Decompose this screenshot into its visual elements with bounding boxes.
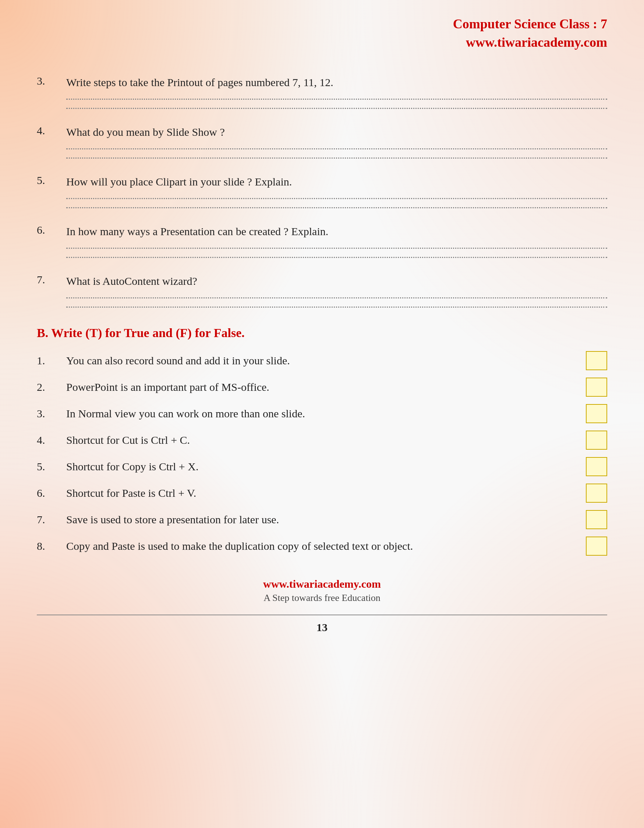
tf-text-2: PowerPoint is an important part of MS-of… xyxy=(66,381,575,394)
question-group-6: 6. In how many ways a Presentation can b… xyxy=(37,223,607,258)
tf-text-4: Shortcut for Cut is Ctrl + C. xyxy=(66,434,575,446)
tf-number-5: 5. xyxy=(37,460,66,473)
section-b-header: B. Write (T) for True and (F) for False. xyxy=(37,326,607,340)
question-item-7: 7. What is AutoContent wizard? xyxy=(37,273,607,289)
question-text-5: How will you place Clipart in your slide… xyxy=(66,173,607,190)
question-number-3: 3. xyxy=(37,74,66,87)
tf-box-8[interactable] xyxy=(586,536,607,556)
question-item-5: 5. How will you place Clipart in your sl… xyxy=(37,173,607,190)
question-text-3: Write steps to take the Printout of page… xyxy=(66,74,607,91)
tf-item-8: 8.Copy and Paste is used to make the dup… xyxy=(37,536,607,556)
footer-tagline: A Step towards free Education xyxy=(37,593,607,604)
tf-item-7: 7.Save is used to store a presentation f… xyxy=(37,510,607,529)
question-text-7: What is AutoContent wizard? xyxy=(66,273,607,289)
tf-list: 1.You can also record sound and add it i… xyxy=(37,351,607,556)
page: Computer Science Class : 7 www.tiwariaca… xyxy=(0,0,644,828)
tf-text-6: Shortcut for Paste is Ctrl + V. xyxy=(66,487,575,499)
tf-text-7: Save is used to store a presentation for… xyxy=(66,513,575,526)
question-group-4: 4. What do you mean by Slide Show ? xyxy=(37,124,607,158)
question-group-7: 7. What is AutoContent wizard? xyxy=(37,273,607,307)
tf-box-4[interactable] xyxy=(586,431,607,450)
question-number-5: 5. xyxy=(37,173,66,187)
tf-number-4: 4. xyxy=(37,434,66,446)
tf-number-6: 6. xyxy=(37,487,66,499)
dotted-line-6b xyxy=(66,257,607,258)
dotted-line-3a xyxy=(66,99,607,100)
question-text-4: What do you mean by Slide Show ? xyxy=(66,124,607,140)
header-line1: Computer Science Class : 7 xyxy=(37,15,607,33)
question-group-5: 5. How will you place Clipart in your sl… xyxy=(37,173,607,208)
tf-number-2: 2. xyxy=(37,381,66,394)
tf-item-1: 1.You can also record sound and add it i… xyxy=(37,351,607,370)
dotted-line-4b xyxy=(66,157,607,158)
footer: www.tiwariacademy.com A Step towards fre… xyxy=(37,578,607,634)
question-number-4: 4. xyxy=(37,124,66,137)
tf-box-6[interactable] xyxy=(586,483,607,503)
tf-item-3: 3.In Normal view you can work on more th… xyxy=(37,404,607,423)
tf-box-2[interactable] xyxy=(586,378,607,397)
footer-divider xyxy=(37,615,607,615)
tf-item-5: 5.Shortcut for Copy is Ctrl + X. xyxy=(37,457,607,476)
footer-page: 13 xyxy=(37,621,607,634)
dotted-line-6a xyxy=(66,248,607,249)
question-group-3: 3. Write steps to take the Printout of p… xyxy=(37,74,607,109)
dotted-line-7a xyxy=(66,297,607,298)
question-item-4: 4. What do you mean by Slide Show ? xyxy=(37,124,607,140)
tf-number-3: 3. xyxy=(37,408,66,420)
footer-url: www.tiwariacademy.com xyxy=(37,578,607,590)
section-a-questions: 3. Write steps to take the Printout of p… xyxy=(37,74,607,307)
tf-text-1: You can also record sound and add it in … xyxy=(66,354,575,367)
tf-item-2: 2.PowerPoint is an important part of MS-… xyxy=(37,378,607,397)
tf-text-3: In Normal view you can work on more than… xyxy=(66,408,575,420)
tf-box-1[interactable] xyxy=(586,351,607,370)
tf-item-4: 4.Shortcut for Cut is Ctrl + C. xyxy=(37,431,607,450)
dotted-line-4a xyxy=(66,148,607,149)
tf-item-6: 6.Shortcut for Paste is Ctrl + V. xyxy=(37,483,607,503)
question-text-6: In how many ways a Presentation can be c… xyxy=(66,223,607,240)
tf-text-5: Shortcut for Copy is Ctrl + X. xyxy=(66,460,575,473)
question-number-7: 7. xyxy=(37,273,66,286)
dotted-line-5b xyxy=(66,207,607,208)
tf-box-7[interactable] xyxy=(586,510,607,529)
dotted-line-7b xyxy=(66,307,607,307)
tf-text-8: Copy and Paste is used to make the dupli… xyxy=(66,540,575,552)
header: Computer Science Class : 7 www.tiwariaca… xyxy=(37,15,607,52)
dotted-line-5a xyxy=(66,198,607,199)
tf-box-5[interactable] xyxy=(586,457,607,476)
dotted-line-3b xyxy=(66,108,607,109)
section-b: B. Write (T) for True and (F) for False.… xyxy=(37,326,607,556)
tf-number-8: 8. xyxy=(37,540,66,552)
question-item-6: 6. In how many ways a Presentation can b… xyxy=(37,223,607,240)
header-line2: www.tiwariacademy.com xyxy=(37,33,607,52)
question-number-6: 6. xyxy=(37,223,66,236)
tf-number-1: 1. xyxy=(37,354,66,367)
tf-box-3[interactable] xyxy=(586,404,607,423)
tf-number-7: 7. xyxy=(37,513,66,526)
question-item-3: 3. Write steps to take the Printout of p… xyxy=(37,74,607,91)
